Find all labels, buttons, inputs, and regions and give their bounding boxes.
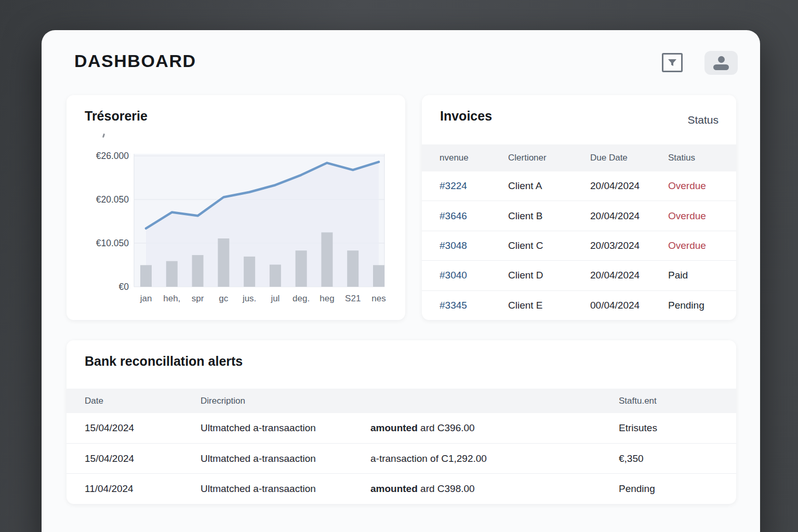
- user-icon: [718, 56, 725, 63]
- invoice-status-badge: Paid: [668, 270, 736, 281]
- alert-date: 15/04/2024: [85, 453, 201, 464]
- column-header-date: Date: [85, 396, 201, 406]
- page-title: DASHBOARD: [74, 51, 196, 71]
- invoices-table-header: nvenue Clertioner Due Date Statius: [422, 144, 736, 171]
- invoices-card-title: Invoices: [440, 109, 492, 124]
- table-row[interactable]: 15/04/2024 Ultmatched a-transaaction amo…: [66, 413, 736, 444]
- invoice-client: Client D: [508, 270, 590, 281]
- treasury-card-title: Trésorerie: [85, 109, 148, 124]
- invoice-client: Client B: [508, 210, 590, 222]
- alert-date: 11/04/2024: [85, 483, 201, 495]
- svg-text:S21: S21: [345, 294, 361, 303]
- svg-text:nes: nes: [371, 294, 385, 303]
- svg-text:€20.050: €20.050: [96, 194, 129, 205]
- svg-text:€26.000: €26.000: [96, 151, 129, 161]
- invoices-table-body: #3224 Client A 20/04/2024 Overdue #3646 …: [422, 171, 736, 320]
- alert-description: Ultmatched a-transaaction: [201, 453, 370, 464]
- alert-description: Ultmatched a-transaaction: [201, 483, 370, 495]
- svg-text:jan: jan: [140, 294, 152, 303]
- column-header-client: Clertioner: [508, 153, 590, 163]
- desktop-background: DASHBOARD Trésorerie €0€10.050€20.050€26…: [0, 0, 798, 532]
- alert-detail-bold: amounted: [370, 422, 418, 433]
- table-row[interactable]: #3048 Client C 20/03/2024 Overdue: [422, 231, 736, 261]
- table-row[interactable]: #3345 Client E 00/04/2024 Pending: [422, 291, 736, 320]
- alert-detail-rest: ard C398.00: [418, 483, 475, 494]
- svg-text:spr: spr: [192, 294, 204, 303]
- filter-icon: [667, 58, 678, 68]
- invoice-client: Client A: [508, 180, 590, 192]
- svg-text:heg: heg: [320, 294, 334, 303]
- invoice-id-link[interactable]: #3345: [440, 300, 508, 311]
- table-row[interactable]: #3224 Client A 20/04/2024 Overdue: [422, 171, 736, 201]
- alert-detail-rest: a-transaction of C1,292.00: [370, 453, 487, 464]
- table-row[interactable]: 15/04/2024 Ultmatched a-transaaction a-t…: [66, 444, 736, 474]
- alert-detail: a-transaction of C1,292.00: [370, 453, 619, 464]
- table-row[interactable]: #3040 Client D 20/04/2024 Paid: [422, 261, 736, 290]
- invoices-card: Invoices Status nvenue Clertioner Due Da…: [422, 95, 736, 320]
- user-button[interactable]: [704, 51, 738, 75]
- invoice-due-date: 20/04/2024: [590, 210, 668, 222]
- bank-alerts-card-title: Bank reconcillation alerts: [85, 354, 243, 369]
- filter-button[interactable]: [662, 53, 683, 72]
- column-header-status: Statius: [668, 153, 736, 163]
- invoice-client: Client C: [508, 240, 590, 251]
- bank-alerts-card: Bank reconcillation alerts Date Direcrip…: [66, 340, 736, 504]
- app-window: DASHBOARD Trésorerie €0€10.050€20.050€26…: [42, 30, 760, 532]
- invoice-due-date: 20/04/2024: [590, 270, 668, 281]
- svg-text:deg.: deg.: [292, 294, 310, 303]
- treasury-card: Trésorerie €0€10.050€20.050€26.000janheh…: [66, 95, 405, 320]
- invoice-status-badge: Overdue: [668, 210, 736, 222]
- alert-detail-rest: ard C396.00: [418, 422, 475, 433]
- invoice-due-date: 00/04/2024: [590, 300, 668, 311]
- invoice-client: Client E: [508, 300, 590, 311]
- invoice-status-badge: Overdue: [668, 240, 736, 251]
- svg-text:jul: jul: [270, 294, 280, 303]
- column-header-statement: Staftu.ent: [619, 396, 736, 406]
- table-row[interactable]: 11/04/2024 Ultmatched a-transaaction amo…: [66, 474, 736, 504]
- invoice-status-badge: Overdue: [668, 180, 736, 192]
- alert-status: Pending: [619, 483, 736, 495]
- invoice-due-date: 20/03/2024: [590, 240, 668, 251]
- svg-text:€10.050: €10.050: [96, 238, 129, 248]
- column-header-due-date: Due Date: [590, 153, 668, 163]
- table-row[interactable]: #3646 Client B 20/04/2024 Overdue: [422, 201, 736, 231]
- invoice-id-link[interactable]: #3040: [440, 270, 508, 281]
- alert-date: 15/04/2024: [85, 422, 201, 434]
- column-header-description: Direcription: [201, 396, 370, 406]
- alert-status: Etrisutes: [619, 422, 736, 434]
- user-icon-body: [713, 64, 729, 70]
- alert-status: €,350: [619, 453, 736, 464]
- invoice-id-link[interactable]: #3646: [440, 210, 508, 222]
- svg-text:jus.: jus.: [242, 294, 256, 303]
- alerts-table-body: 15/04/2024 Ultmatched a-transaaction amo…: [66, 413, 736, 504]
- alert-detail: amounted ard C396.00: [370, 422, 619, 434]
- invoice-status-badge: Pending: [668, 300, 736, 311]
- invoice-id-link[interactable]: #3048: [440, 240, 508, 251]
- alert-description: Ultmatched a-transaaction: [201, 422, 370, 434]
- invoice-due-date: 20/04/2024: [590, 180, 668, 192]
- invoices-status-link[interactable]: Status: [687, 114, 719, 126]
- svg-text:gc: gc: [219, 294, 228, 303]
- treasury-chart: €0€10.050€20.050€26.000janheh,sprgcjus.j…: [66, 137, 405, 313]
- alert-detail: amounted ard C398.00: [370, 483, 619, 495]
- svg-text:€0: €0: [119, 282, 129, 292]
- column-header-invoice: nvenue: [440, 153, 508, 163]
- alerts-table-header: Date Direcription Staftu.ent: [66, 389, 736, 413]
- invoice-id-link[interactable]: #3224: [440, 180, 508, 192]
- alert-detail-bold: amounted: [370, 483, 418, 494]
- svg-text:heh,: heh,: [163, 294, 180, 303]
